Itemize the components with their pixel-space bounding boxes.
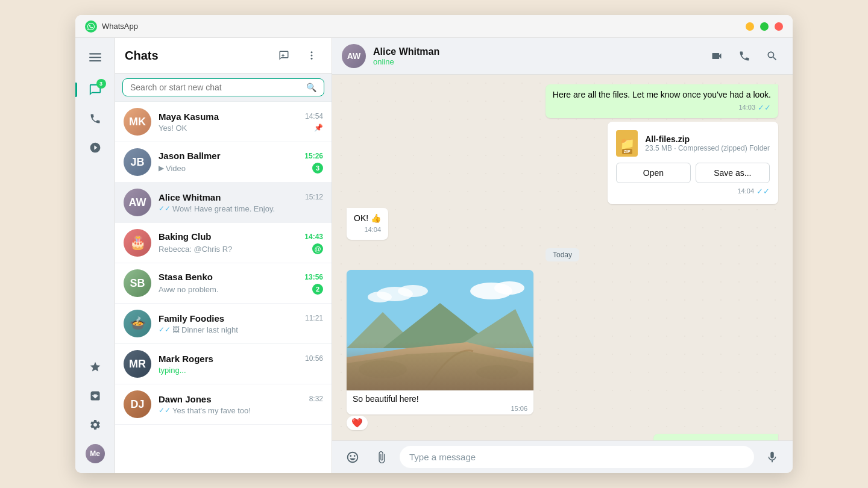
minimize-button[interactable]: – [746, 22, 754, 31]
video-call-button[interactable] [706, 45, 728, 67]
left-nav: 3 Me [75, 38, 115, 473]
chat-time-mark: 10:56 [305, 354, 323, 363]
badge-stasa: 2 [312, 284, 323, 295]
date-label: Today [546, 248, 579, 261]
app-title: WhatsApp [102, 22, 746, 31]
chat-item-maya[interactable]: MK Maya Kasuma 14:54 Yes! OK 📌 [115, 102, 332, 142]
nav-calls[interactable] [83, 107, 107, 131]
nav-hamburger[interactable] [83, 45, 107, 69]
open-file-button[interactable]: Open [616, 163, 690, 183]
search-icon: 🔍 [306, 83, 316, 92]
emoji-button[interactable] [342, 446, 363, 468]
svg-point-4 [311, 55, 313, 57]
file-icon: 📁 [616, 130, 638, 157]
file-actions: Open Save as... [616, 163, 770, 183]
message-m5: So beautiful here! 15:06 [347, 270, 533, 414]
message-m5-group: So beautiful here! 15:06 ❤️ [347, 270, 533, 430]
video-icon-jason: ▶ [159, 164, 164, 172]
avatar-jason: JB [124, 148, 151, 176]
message-time-m1: 14:03 [738, 103, 755, 112]
chat-time-dawn: 8:32 [309, 395, 323, 403]
avatar-baking: 🎂 [124, 229, 151, 257]
typing-indicator-mark: typing... [159, 366, 186, 375]
tick-alice: ✓✓ [159, 204, 171, 213]
nav-status[interactable] [83, 136, 107, 160]
sidebar-actions [274, 45, 322, 66]
svg-marker-18 [347, 351, 533, 390]
chat-item-alice[interactable]: AW Alice Whitman 15:12 ✓✓ Wow! Have grea… [115, 183, 332, 223]
chat-list: MK Maya Kasuma 14:54 Yes! OK 📌 [115, 102, 332, 473]
tick-dawn: ✓✓ [159, 406, 171, 414]
file-time: 14:04 [737, 187, 754, 195]
chat-input-area [332, 440, 793, 473]
chat-name-jason: Jason Ballmer [159, 151, 221, 161]
chat-preview-mark: typing... [159, 366, 323, 375]
attach-button[interactable] [371, 446, 392, 468]
user-avatar[interactable]: Me [86, 444, 105, 463]
search-chat-button[interactable] [761, 45, 783, 67]
chat-time-baking: 14:43 [304, 233, 323, 241]
close-button[interactable]: ✕ [775, 22, 783, 31]
svg-point-17 [476, 365, 518, 380]
nav-settings[interactable] [83, 413, 107, 437]
window-controls: – □ ✕ [746, 22, 783, 31]
active-chat-name[interactable]: Alice Whitman [373, 46, 706, 57]
svg-rect-2 [89, 60, 101, 61]
chat-time-family: 11:21 [305, 314, 323, 322]
chat-preview-stasa: Aww no problem. [159, 285, 312, 294]
file-name: All-files.zip [645, 134, 770, 144]
svg-point-11 [494, 281, 524, 295]
badge-jason: 3 [312, 163, 323, 174]
image-time: 15:06 [511, 405, 527, 412]
chat-item-jason[interactable]: JB Jason Ballmer 15:26 ▶ Video 3 [115, 142, 332, 183]
file-meta: 23.5 MB · Compressed (zipped) Folder [645, 144, 770, 152]
svg-point-16 [359, 360, 407, 378]
message-m2-wrap: 📁 All-files.zip 23.5 MB · Compressed (zi… [608, 122, 778, 204]
chat-info-baking: Baking Club 14:43 Rebecca: @Chris R? @ [159, 231, 323, 254]
chat-item-dawn[interactable]: DJ Dawn Jones 8:32 ✓✓ Yes that's my fave… [115, 384, 332, 425]
message-input[interactable] [400, 446, 754, 468]
avatar-alice: AW [124, 189, 151, 216]
active-chat-avatar[interactable]: AW [342, 44, 366, 68]
maximize-button[interactable]: □ [760, 22, 769, 31]
file-tick: ✓✓ [756, 187, 770, 196]
chat-name-baking: Baking Club [159, 231, 212, 242]
message-m1: Here are all the files. Let me know once… [546, 84, 778, 118]
svg-rect-0 [89, 53, 101, 54]
nav-chats[interactable]: 3 [83, 78, 107, 102]
new-chat-button[interactable] [274, 45, 294, 66]
file-info: 📁 All-files.zip 23.5 MB · Compressed (zi… [616, 130, 770, 157]
voice-call-button[interactable] [734, 45, 755, 67]
chat-item-mark[interactable]: MR Mark Rogers 10:56 typing... [115, 344, 332, 384]
nav-archived[interactable] [83, 384, 107, 408]
chat-preview-jason: ▶ Video [159, 164, 312, 173]
chat-time-maya: 14:54 [305, 112, 323, 120]
chat-item-family[interactable]: 🍲 Family Foodies 11:21 ✓✓ 🖼 Dinner last … [115, 304, 332, 344]
chat-info-stasa: Stasa Benko 13:56 Aww no problem. 2 [159, 272, 323, 295]
message-m2: 📁 All-files.zip 23.5 MB · Compressed (zi… [608, 122, 778, 204]
chat-info-family: Family Foodies 11:21 ✓✓ 🖼 Dinner last ni… [159, 313, 323, 334]
app-window: WhatsApp – □ ✕ 3 [75, 15, 793, 473]
voice-message-button[interactable] [761, 446, 783, 468]
main-content: 3 Me [75, 38, 793, 473]
image-caption: So beautiful here! 15:06 [347, 390, 533, 414]
caption-text: So beautiful here! [353, 394, 527, 404]
save-file-button[interactable]: Save as... [696, 163, 770, 183]
app-logo [85, 20, 97, 33]
svg-point-8 [398, 285, 428, 297]
sidebar-menu-button[interactable] [301, 45, 322, 66]
chat-name-alice: Alice Whitman [159, 192, 221, 202]
chat-time-alice: 15:12 [305, 193, 323, 201]
chat-name-maya: Maya Kasuma [159, 111, 219, 122]
chat-time-stasa: 13:56 [304, 273, 323, 281]
svg-point-9 [368, 292, 392, 302]
tick-family: ✓✓ [159, 325, 171, 334]
chat-item-stasa[interactable]: SB Stasa Benko 13:56 Aww no problem. 2 [115, 263, 332, 304]
chat-item-baking[interactable]: 🎂 Baking Club 14:43 Rebecca: @Chris R? @ [115, 223, 332, 263]
nav-starred[interactable] [83, 355, 107, 379]
chat-name-mark: Mark Rogers [159, 354, 213, 364]
chat-name-family: Family Foodies [159, 313, 224, 324]
chats-unread-badge: 3 [96, 79, 106, 89]
svg-point-5 [311, 58, 313, 60]
search-input[interactable] [130, 83, 306, 92]
